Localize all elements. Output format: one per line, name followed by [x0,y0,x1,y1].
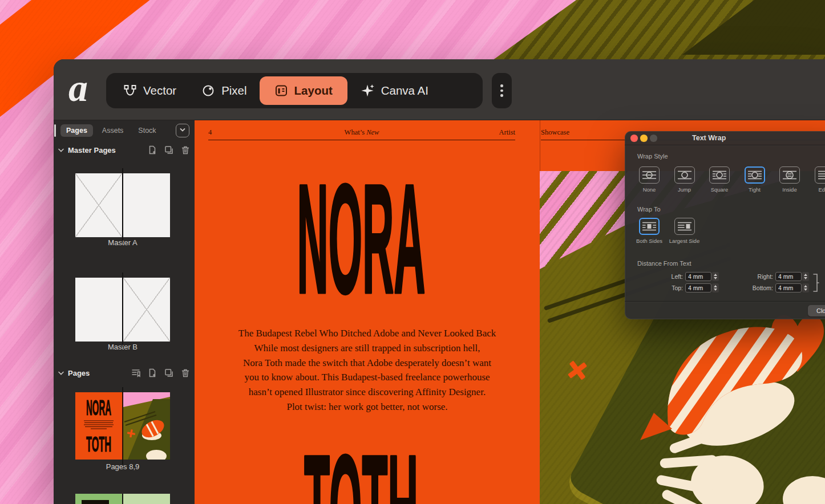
affinity-logo: a [68,64,88,112]
both-sides-icon [642,221,656,231]
tab-layout-label: Layout [294,84,333,97]
bottom-stepper[interactable] [802,283,809,292]
master-b-right-page [123,278,170,342]
wrap-to-options: Both Sides Largest Side [633,218,701,244]
svg-text:TOTH: TOTH [304,423,418,504]
tab-vector-label: Vector [143,84,176,97]
wrap-tight-icon [748,170,762,180]
wrap-style-label: Wrap Style [637,153,668,160]
wrap-style-none[interactable]: None [633,166,666,193]
panel-collapse-button[interactable] [176,124,189,137]
wrap-to-both-sides[interactable]: Both Sides [633,218,666,244]
right-field-label: Right: [739,272,773,281]
pages-section-actions [131,368,190,377]
left-distance-input[interactable] [685,272,711,281]
largest-side-icon [678,221,691,231]
chevron-down-icon[interactable] [58,148,64,153]
bottom-distance-input[interactable] [775,283,802,292]
vector-icon [123,84,137,97]
thumb-sushi-illustration [123,392,170,460]
wrap-to-label: Wrap To [637,206,661,213]
new-page-icon[interactable] [148,368,157,377]
wrap-style-inside[interactable]: Inside [774,166,806,193]
wrap-style-edge[interactable]: Edge [808,166,825,193]
master-a-thumbnail[interactable] [75,173,170,237]
chevron-down-icon [179,125,186,136]
thumb-headline-top: NORA [86,396,111,420]
chevron-down-icon[interactable] [58,371,64,376]
left-stepper[interactable] [712,272,719,281]
master-a-left-page [75,173,122,237]
svg-text:NORA: NORA [297,152,426,326]
canva-ai-sparkle-icon [360,83,375,98]
page1-header-rule [208,140,515,140]
page1-right-heading: Artist [499,128,515,136]
page1-center-heading: What’s New [208,128,515,136]
master-a-right-page [123,173,170,237]
right-distance-input[interactable] [775,272,802,281]
wrap-to-largest-side[interactable]: Largest Side [668,218,701,244]
more-menu-button[interactable] [492,73,512,108]
text-wrap-dialog: Text Wrap Wrap Style None Jump [625,131,825,319]
panel-tab-assets[interactable]: Assets [96,124,130,137]
mode-tabbar: Vector Pixel [106,73,483,108]
shrimp-tail-shape [640,413,672,440]
top-distance-input[interactable] [685,283,711,292]
wrap-jump-icon [678,170,691,180]
dialog-titlebar: Text Wrap [625,131,825,145]
add-section-icon[interactable] [131,368,140,377]
close-button[interactable]: Close [808,305,825,316]
top-stepper[interactable] [712,283,719,292]
panel-tab-pages[interactable]: Pages [60,124,93,137]
next-pages-thumbnail[interactable] [75,494,170,504]
headline-toth[interactable]: TOTH [195,449,540,504]
thumb-text-placeholder [82,500,109,504]
master-section-actions [148,145,190,155]
tab-pixel-label: Pixel [221,84,246,97]
panel-drag-handle[interactable] [54,124,56,137]
duplicate-icon[interactable] [164,368,173,377]
wrap-inside-icon [783,170,796,180]
pages-panel: Pages Assets Stock Master Pages [54,120,195,504]
wrap-style-square[interactable]: Square [703,166,736,193]
headline-nora[interactable]: NORA [195,178,540,298]
top-toolbar: a Vector [54,59,825,120]
dialog-footer-separator [625,301,825,302]
minimize-traffic-light[interactable] [640,135,648,142]
pages-title: Pages [68,369,90,377]
page-gutter [540,120,540,172]
wrap-style-jump[interactable]: Jump [668,166,701,193]
pages-section-header: Pages [58,367,190,379]
next-thumb-right-page [123,494,170,504]
pixel-icon [201,84,215,97]
trash-icon[interactable] [181,145,190,155]
pages-8-9-thumbnail[interactable]: NORA TOTH [75,392,170,460]
close-traffic-light[interactable] [630,135,638,142]
body-paragraph[interactable]: The Budapest Rebel Who Ditched Adobe and… [200,326,534,414]
right-stepper[interactable] [802,272,809,281]
layout-icon [274,84,288,97]
tab-canva-ai[interactable]: Canva AI [347,73,441,108]
wrap-none-icon [642,170,656,180]
page1-header[interactable]: 4 What’s New Artist [208,128,515,137]
panel-tab-stock[interactable]: Stock [132,124,161,137]
master-pages-section-header: Master Pages [58,144,190,156]
trash-icon[interactable] [181,368,190,377]
zoom-traffic-light [650,135,657,142]
left-field-label: Left: [649,272,683,281]
new-page-icon[interactable] [148,145,157,155]
duplicate-icon[interactable] [164,145,173,155]
master-pages-title: Master Pages [68,146,116,155]
wrap-style-tight[interactable]: Tight [738,166,771,193]
link-values-icon[interactable] [811,273,819,295]
page2-left-heading: Showcase [541,128,569,136]
thumb-headline-bottom: TOTH [86,433,111,456]
wrap-style-options: None Jump Square [633,166,825,193]
top-field-label: Top: [649,283,683,292]
tab-layout[interactable]: Layout [260,76,347,105]
screen: a Vector [0,0,825,504]
wrap-square-icon [713,170,726,180]
tab-vector[interactable]: Vector [111,73,189,108]
master-b-thumbnail[interactable] [75,278,170,342]
tab-pixel[interactable]: Pixel [189,73,259,108]
